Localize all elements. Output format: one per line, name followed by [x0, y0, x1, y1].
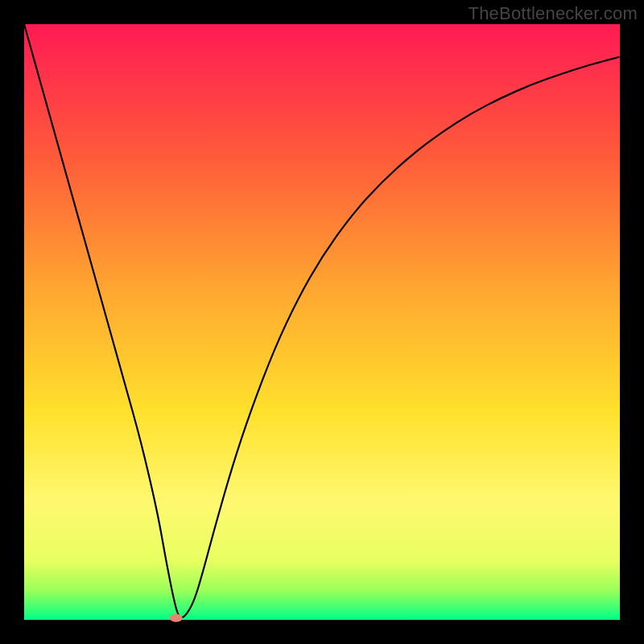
bottleneck-chart [0, 0, 644, 644]
chart-svg [0, 0, 644, 644]
watermark-text: TheBottlenecker.com [469, 3, 638, 24]
optimal-point-marker [170, 614, 183, 622]
heatmap-background [24, 24, 620, 620]
